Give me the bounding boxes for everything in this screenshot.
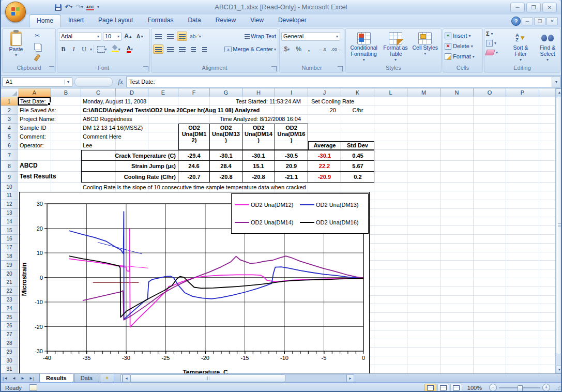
row-header-31[interactable]: 31 — [1, 365, 18, 373]
row-header-7[interactable]: 7 — [1, 150, 18, 161]
sort-filter-button[interactable]: AZ ▼ Sort & Filter▾ — [507, 29, 534, 63]
clear-icon[interactable]: ▾ — [486, 48, 498, 56]
horizontal-scrollbar[interactable]: ◄ ► — [120, 374, 354, 383]
zoom-out-icon[interactable]: − — [489, 384, 497, 391]
last-sheet-icon[interactable]: ►| — [27, 374, 36, 383]
increase-indent-icon[interactable] — [200, 44, 209, 54]
header-dm13[interactable]: OD2 Una(DM13) — [210, 124, 242, 149]
cooling-rate-stddev[interactable]: 0.2 — [341, 172, 374, 182]
scroll-down-icon[interactable]: ▼ — [556, 366, 562, 373]
row-header-4[interactable]: 4 — [1, 124, 18, 132]
strain-jump-dm14[interactable]: 15.1 — [242, 161, 275, 171]
conditional-formatting-button[interactable]: Conditional Formatting▾ — [348, 31, 380, 63]
vertical-scroll-thumb[interactable] — [556, 97, 562, 354]
column-header-b[interactable]: B — [51, 88, 81, 97]
row-header-11[interactable]: 11 — [1, 191, 18, 200]
results-table-headers[interactable]: OD2 Una(DM12) OD2 Una(DM13) OD2 Una(DM14… — [178, 124, 308, 150]
ribbon-tab-review[interactable]: Review — [208, 14, 243, 27]
accounting-format-icon[interactable]: $▾ — [281, 44, 293, 54]
ribbon-tab-view[interactable]: View — [243, 14, 271, 27]
comma-style-icon[interactable]: , — [305, 44, 313, 54]
format-painter-icon[interactable] — [32, 53, 43, 62]
cell-c1[interactable]: Monday, August 11, 2008 — [83, 98, 146, 105]
cell-a6[interactable]: Operator: — [20, 142, 43, 149]
cooling-rate-dm16[interactable]: -21.1 — [275, 172, 308, 182]
wrap-text-button[interactable]: Wrap Text — [245, 31, 276, 41]
row-header-3[interactable]: 3 — [1, 115, 18, 124]
column-header-i[interactable]: I — [275, 88, 308, 97]
selected-cell-a1[interactable]: Test Date: — [18, 97, 51, 105]
select-all-button[interactable] — [1, 88, 19, 97]
underline-dropdown-icon[interactable]: ▾ — [90, 47, 92, 52]
column-header-o[interactable]: O — [474, 88, 506, 97]
cell-j2[interactable]: 20 — [308, 107, 336, 114]
cell-time-analyzed[interactable]: Time Analyzed: 8/12/2008 16:04 — [178, 116, 301, 123]
cell-a5[interactable]: Comment: — [20, 133, 46, 140]
cell-a2[interactable]: File Saved As: — [20, 107, 56, 114]
row-header-8[interactable]: 8 — [1, 161, 18, 172]
scroll-right-icon[interactable]: ► — [346, 374, 354, 382]
number-dialog-launcher-icon[interactable] — [338, 66, 343, 71]
grow-font-icon[interactable]: A▲ — [123, 32, 133, 41]
strain-jump-dm16[interactable]: 20.9 — [275, 161, 308, 171]
row-header-2[interactable]: 2 — [1, 106, 18, 115]
column-header-c[interactable]: C — [81, 88, 116, 97]
ribbon-tab-data[interactable]: Data — [180, 14, 208, 27]
header-std-dev[interactable]: Std Dev — [341, 142, 374, 149]
strain-jump-stddev[interactable]: 5.67 — [341, 161, 374, 171]
ribbon-tab-insert[interactable]: Insert — [61, 14, 91, 27]
row-header-19[interactable]: 19 — [1, 261, 18, 269]
row-header-16[interactable]: 16 — [1, 235, 18, 244]
format-cells-button[interactable]: Format▾ — [445, 51, 481, 62]
name-box-dropdown-icon[interactable]: ▾ — [64, 80, 72, 84]
formula-bar-handle[interactable] — [74, 77, 113, 87]
legend-item-dm16[interactable]: OD2 Una(DM16) — [300, 219, 365, 225]
column-header-h[interactable]: H — [242, 88, 275, 97]
sheet-tab-data[interactable]: Data — [74, 374, 99, 383]
copy-icon[interactable] — [32, 42, 43, 51]
align-right-icon[interactable] — [177, 44, 187, 54]
fill-handle[interactable] — [48, 102, 51, 105]
row-header-6[interactable]: 6 — [1, 141, 18, 150]
ribbon-tab-page-layout[interactable]: Page Layout — [91, 14, 140, 27]
next-sheet-icon[interactable]: ► — [19, 374, 27, 383]
zoom-slider-track[interactable] — [499, 387, 540, 388]
name-box[interactable]: A1▾ — [2, 77, 72, 87]
crack-temp-dm12[interactable]: -29.4 — [178, 150, 210, 161]
ribbon-tab-developer[interactable]: Developer — [271, 14, 314, 27]
sheet-grid[interactable]: Test Date: Monday, August 11, 2008 Test … — [18, 97, 555, 373]
font-name-combo[interactable]: Arial▾ — [59, 32, 101, 41]
alignment-dialog-launcher-icon[interactable] — [271, 66, 277, 71]
column-header-n[interactable]: N — [441, 88, 474, 97]
cooling-rate-average[interactable]: -20.9 — [308, 172, 341, 182]
row-header-17[interactable]: 17 — [1, 244, 18, 252]
crack-temp-dm14[interactable]: -30.1 — [242, 150, 275, 161]
row-header-28[interactable]: 28 — [1, 339, 18, 348]
find-select-button[interactable]: Find & Select▾ — [535, 29, 560, 63]
font-size-combo[interactable]: 10▾ — [103, 32, 121, 41]
align-center-icon[interactable] — [165, 44, 175, 54]
bottom-align-icon[interactable] — [177, 32, 187, 41]
increase-decimal-icon[interactable]: ←.0 — [316, 44, 328, 54]
normal-view-icon[interactable] — [424, 384, 436, 392]
fill-color-icon[interactable]: ▾ — [110, 44, 122, 54]
header-dm12[interactable]: OD2 Una(DM12) — [179, 124, 210, 149]
cell-test-started[interactable]: Test Started: 11:53:24 AM — [178, 98, 301, 105]
row-header-13[interactable]: 13 — [1, 209, 18, 218]
orientation-icon[interactable]: ab⤢▾ — [189, 32, 202, 41]
column-header-f[interactable]: F — [178, 88, 210, 97]
align-left-icon[interactable] — [153, 44, 163, 54]
header-average[interactable]: Average — [309, 142, 341, 149]
cell-set-cooling-rate[interactable]: Set Cooling Rate — [311, 98, 374, 105]
cell-c5[interactable]: Comment Here — [83, 133, 121, 140]
cell-c4[interactable]: DM 12 13 14 16(MSSZ) — [83, 125, 143, 131]
row-header-26[interactable]: 26 — [1, 322, 18, 330]
cut-icon[interactable]: ✂ — [32, 31, 43, 40]
row-header-5[interactable]: 5 — [1, 132, 18, 141]
cooling-rate-dm14[interactable]: -20.8 — [242, 172, 275, 182]
results-table-stat-headers[interactable]: Average Std Dev — [308, 141, 374, 150]
page-break-view-icon[interactable] — [450, 384, 462, 392]
row-label-cooling-rate[interactable]: Cooling Rate (C/hr) — [82, 172, 178, 182]
shrink-font-icon[interactable]: A▼ — [135, 32, 145, 41]
crack-temp-dm16[interactable]: -30.5 — [275, 150, 308, 161]
